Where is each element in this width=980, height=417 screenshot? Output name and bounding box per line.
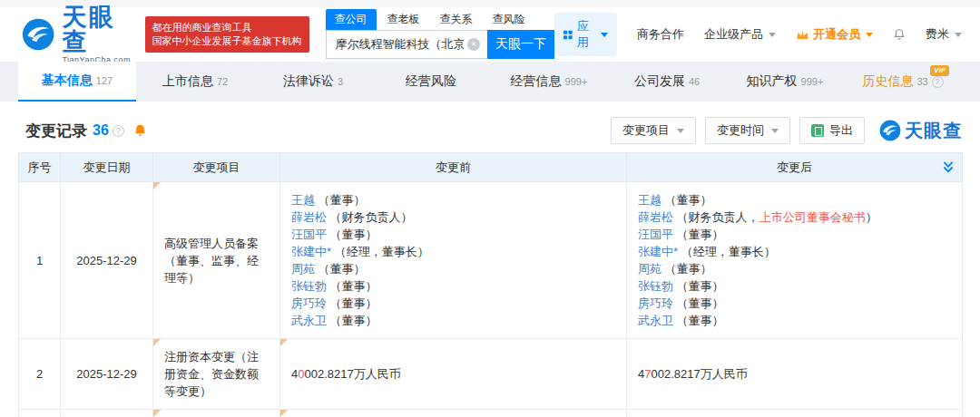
nav-tab-5[interactable]: 公司发展46 xyxy=(608,62,726,102)
cell-text: （董事） xyxy=(327,314,377,327)
cell-line: 武永卫 （董事） xyxy=(291,312,615,329)
filter-change-time-label: 变更时间 xyxy=(717,122,764,139)
person-link[interactable]: 汪国平 xyxy=(291,228,327,241)
cell-text: 002.8217万人民币 xyxy=(651,367,747,381)
info-icon[interactable]: ? xyxy=(932,76,944,88)
search-button[interactable]: 天眼一下 xyxy=(487,30,554,59)
search-module: 查公司 查老板 查关系 查风险 × 天眼一下 xyxy=(326,10,554,59)
chevron-down-icon xyxy=(677,129,684,133)
cell-text: （董事） xyxy=(327,279,377,293)
person-link[interactable]: 武永卫 xyxy=(638,314,673,327)
nav-tab-3[interactable]: 经营风险 xyxy=(372,62,490,102)
person-link[interactable]: 汪国平 xyxy=(638,228,673,241)
menu-biz-cooperation[interactable]: 商务合作 xyxy=(637,26,684,43)
nav-tab-2[interactable]: 法律诉讼3 xyxy=(254,62,372,102)
nav-tab-6[interactable]: 知识产权999+ xyxy=(726,62,844,102)
cell-text: （董事） xyxy=(315,262,366,276)
watermark-logo: 天眼查 xyxy=(879,119,962,143)
clear-icon[interactable]: × xyxy=(467,38,480,51)
cell-row-number: 2 xyxy=(19,339,61,410)
username: 费米 xyxy=(926,26,949,43)
nav-tab-1[interactable]: 上市信息72 xyxy=(136,62,254,102)
enterprise-label: 企业级产品 xyxy=(704,26,763,43)
collapse-all-icon[interactable] xyxy=(942,160,955,174)
filter-change-item-label: 变更项目 xyxy=(622,122,670,139)
section-count: 36 xyxy=(93,122,109,139)
menu-enterprise-products[interactable]: 企业级产品 xyxy=(704,26,776,43)
cell-text: 002.8217万人民币 xyxy=(304,367,400,381)
cell-text: （董事） xyxy=(662,193,712,207)
cell-text: （财务负责人） xyxy=(327,210,413,224)
search-input[interactable] xyxy=(326,30,487,59)
nav-tab-0[interactable]: 基本信息127 xyxy=(18,62,136,102)
cell-change-item: 高级管理人员备案（董事、监事、经理等） xyxy=(153,182,280,339)
promo-line1: 都在用的商业查询工具 xyxy=(152,21,302,34)
col-header-before: 变更前 xyxy=(280,153,627,182)
export-button[interactable]: 导出 xyxy=(799,117,865,144)
person-link[interactable]: 周苑 xyxy=(638,262,662,276)
person-link[interactable]: 周苑 xyxy=(291,262,315,276)
cell-line: 汪国平 （董事） xyxy=(638,226,951,243)
filter-change-time-button[interactable]: 变更时间 xyxy=(705,117,790,144)
nav-tab-label: 知识产权 xyxy=(747,73,798,90)
search-tab-relation[interactable]: 查关系 xyxy=(431,9,482,30)
tianyancha-logo[interactable]: 天眼查 TianYanCha.com xyxy=(22,5,134,64)
cell-text: （董事） xyxy=(673,228,724,241)
person-link[interactable]: 薛岩松 xyxy=(291,210,327,224)
nav-tab-7[interactable]: 历史信息33?VIP xyxy=(844,62,962,102)
nav-tab-label: 经营信息 xyxy=(511,73,562,90)
person-link[interactable]: 张建中* xyxy=(291,245,331,258)
person-link[interactable]: 张钰勃 xyxy=(291,279,327,293)
cell-change-before: 40002.8217万人民币 xyxy=(280,339,627,410)
col-header-item: 变更项目 xyxy=(153,153,280,182)
person-link[interactable]: 王越 xyxy=(638,193,662,207)
cell-text: （董事） xyxy=(673,296,724,310)
tianyancha-watermark-icon xyxy=(879,120,901,141)
info-icon[interactable]: ? xyxy=(113,125,124,137)
cell-line: 王越 （董事） xyxy=(638,191,951,208)
person-link[interactable]: 房巧玲 xyxy=(291,296,327,310)
menu-open-vip[interactable]: 开通会员 xyxy=(796,26,873,43)
cell-change-item: 注册资本变更（注册资金、资金数额等变更） xyxy=(153,339,280,410)
vip-crown-icon xyxy=(796,29,809,41)
nav-tab-label: 上市信息 xyxy=(162,73,213,90)
cell-text: （董事） xyxy=(673,314,724,327)
cell-change-item: 市场主体类型变更 xyxy=(153,410,280,417)
nav-tab-label: 历史信息 xyxy=(862,73,913,90)
cell-change-after: 其他股份有限公司（上市） xyxy=(627,410,963,417)
search-tab-boss[interactable]: 查老板 xyxy=(378,9,429,30)
search-tab-risk[interactable]: 查风险 xyxy=(484,9,534,30)
cell-change-date: 2025-12-29 xyxy=(61,182,153,339)
nav-tab-count: 3 xyxy=(338,76,343,87)
col-header-after: 变更后 xyxy=(627,153,963,182)
cell-text: （董事） xyxy=(327,228,377,241)
cell-row-number: 1 xyxy=(19,182,61,339)
chevron-down-icon xyxy=(601,33,608,37)
promo-badge: 都在用的商业查询工具 国家中小企业发展子基金旗下机构 xyxy=(145,16,309,53)
apps-menu[interactable]: 应用 xyxy=(554,13,617,56)
user-menu[interactable]: 费米 xyxy=(926,26,962,43)
cell-line: 张建中* （经理，董事长） xyxy=(291,243,615,260)
notification-bell-icon[interactable] xyxy=(893,26,906,43)
nav-tab-count: 46 xyxy=(689,76,700,87)
cell-line: 40002.8217万人民币 xyxy=(291,365,615,383)
cell-line: 房巧玲 （董事） xyxy=(291,295,615,312)
person-link[interactable]: 房巧玲 xyxy=(638,296,673,310)
cell-text: （董事） xyxy=(315,193,366,207)
search-tab-company[interactable]: 查公司 xyxy=(326,9,377,30)
person-link[interactable]: 张建中* xyxy=(638,245,678,258)
company-nav-tabs: 基本信息127上市信息72法律诉讼3经营风险经营信息999+公司发展46知识产权… xyxy=(0,62,980,102)
table-row: 22025-12-29注册资本变更（注册资金、资金数额等变更）40002.821… xyxy=(19,339,963,410)
person-link[interactable]: 张钰勃 xyxy=(638,279,673,293)
person-link[interactable]: 薛岩松 xyxy=(638,210,673,224)
subscribe-bell-icon[interactable] xyxy=(133,123,147,138)
nav-tab-count: 999+ xyxy=(565,76,588,87)
filter-change-item-button[interactable]: 变更项目 xyxy=(611,117,696,144)
promo-line2: 国家中小企业发展子基金旗下机构 xyxy=(152,34,302,48)
cell-text: （董事） xyxy=(673,279,724,293)
header-menu: 应用 商务合作 企业级产品 开通会员 费米 xyxy=(554,13,962,56)
person-link[interactable]: 王越 xyxy=(291,193,315,207)
cell-line: 薛岩松 （财务负责人） xyxy=(291,208,615,226)
person-link[interactable]: 武永卫 xyxy=(291,314,327,327)
nav-tab-4[interactable]: 经营信息999+ xyxy=(490,62,608,102)
